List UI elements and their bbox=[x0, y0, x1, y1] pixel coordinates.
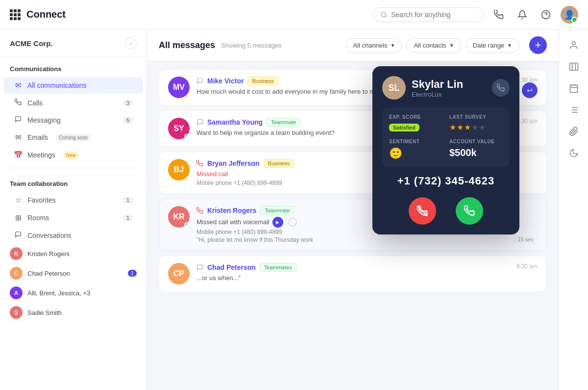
sentiment-emoji: 🙂 bbox=[389, 147, 442, 160]
favorites-badge: 1 bbox=[123, 197, 133, 204]
chevron-down-icon: ▼ bbox=[390, 43, 395, 48]
date-range-filter[interactable]: Date range ▼ bbox=[466, 38, 519, 52]
search-bar[interactable] bbox=[373, 7, 484, 22]
app-grid-icon[interactable] bbox=[10, 9, 21, 20]
calendar-icon: 📅 bbox=[14, 151, 23, 159]
avatar: CP bbox=[168, 263, 190, 285]
avatar: K bbox=[10, 247, 23, 260]
new-badge: New bbox=[63, 152, 79, 159]
avatar: BJ bbox=[168, 159, 190, 181]
search-input[interactable] bbox=[391, 11, 477, 19]
bell-nav-icon[interactable] bbox=[514, 6, 531, 24]
account-value: $500k bbox=[449, 147, 503, 158]
exp-score-label: EXP. SCORE bbox=[389, 114, 442, 120]
sentiment-label: SENTIMENT bbox=[389, 139, 442, 144]
sidebar-item-rooms[interactable]: ⊞ Rooms 1 bbox=[4, 209, 143, 226]
conv-name: Chad Peterson bbox=[27, 270, 70, 277]
phone-nav-icon[interactable] bbox=[490, 6, 508, 24]
rooms-badge: 1 bbox=[123, 214, 133, 221]
conv-item-chad[interactable]: C Chad Peterson 1 bbox=[0, 263, 147, 283]
add-button[interactable]: + bbox=[529, 36, 547, 54]
all-channels-filter[interactable]: All channels ▼ bbox=[345, 38, 402, 52]
call-card: SL Skylar Lin ElectroLux EXP. SCORE S bbox=[372, 66, 519, 234]
conv-name: Sadie Smith bbox=[27, 309, 62, 316]
sidebar-item-meetings[interactable]: 📅 Meetings New bbox=[4, 147, 143, 163]
chat-icon bbox=[196, 264, 203, 271]
filter-group: All channels ▼ All contacts ▼ Date range… bbox=[345, 38, 519, 52]
user-nav-avatar[interactable]: 👤 bbox=[561, 6, 578, 24]
user-icon[interactable] bbox=[564, 35, 584, 55]
sidebar-item-favorites[interactable]: ☆ Favorites 1 bbox=[4, 192, 143, 208]
chevron-down-icon: ▼ bbox=[507, 43, 512, 48]
sidebar-item-label: Calls bbox=[27, 99, 43, 107]
accept-button[interactable] bbox=[456, 197, 483, 225]
sender-tag: Teammates bbox=[260, 263, 296, 272]
search-icon bbox=[380, 11, 387, 18]
sender-tag: Teammate bbox=[267, 118, 300, 127]
call-actions bbox=[382, 197, 510, 225]
sender-name: Kristen Rogers bbox=[207, 207, 256, 214]
calls-badge: 3 bbox=[123, 100, 133, 106]
phone-icon bbox=[196, 207, 203, 214]
decline-button[interactable] bbox=[409, 197, 436, 225]
call-phone-number: +1 (732) 345-4623 bbox=[382, 175, 510, 187]
sidebar-item-all-communications[interactable]: ✉ All communications bbox=[4, 77, 143, 94]
sidebar-item-conversations[interactable]: Conversations bbox=[4, 227, 143, 243]
svg-point-4 bbox=[572, 42, 575, 45]
call-card-name: Skylar Lin bbox=[412, 78, 463, 91]
collapse-button[interactable]: ‹ bbox=[125, 37, 137, 49]
content-header: All messages Showing 5 messages All chan… bbox=[147, 29, 559, 61]
sidebar-item-calls[interactable]: Calls 3 bbox=[4, 95, 143, 111]
clip-icon[interactable] bbox=[564, 122, 584, 141]
conv-badge: 1 bbox=[128, 270, 137, 277]
building-icon[interactable] bbox=[564, 57, 584, 77]
mail-icon: ✉ bbox=[14, 81, 23, 90]
phone-icon bbox=[14, 99, 23, 107]
star-rating: ★★★★★ bbox=[449, 123, 503, 132]
message-card[interactable]: CP Chad Peterson Teammates ...or us when… bbox=[159, 256, 547, 292]
conv-name: Alli, Brent, Jessica, +3 bbox=[27, 289, 90, 297]
help-nav-icon[interactable] bbox=[537, 6, 555, 24]
sender-tag: Business bbox=[264, 159, 294, 168]
company-name: ACME Corp. bbox=[10, 39, 53, 48]
sender-name: Chad Peterson bbox=[207, 263, 256, 271]
envelope-icon: ✉ bbox=[14, 133, 23, 142]
sidebar-item-messaging[interactable]: Messaging 5 bbox=[4, 112, 143, 128]
sidebar-item-label: Meetings bbox=[27, 151, 55, 159]
svg-line-1 bbox=[385, 16, 387, 17]
team-collaboration-label: Team collaboration bbox=[0, 172, 147, 191]
showing-label: Showing 5 messages bbox=[221, 42, 282, 49]
message-list: MV Mike Victor Business How much would i… bbox=[147, 61, 559, 390]
sidebar-item-emails[interactable]: ✉ Emails Coming soon bbox=[4, 129, 143, 146]
top-nav: Connect 👤 bbox=[0, 0, 588, 29]
chat-icon bbox=[196, 119, 203, 126]
sidebar: ACME Corp. ‹ Communications ✉ All commun… bbox=[0, 29, 147, 390]
communications-label: Communications bbox=[0, 57, 147, 77]
message-text: ...or us when..." bbox=[196, 274, 538, 283]
chat-icon bbox=[14, 116, 23, 124]
reply-button[interactable]: ↩ bbox=[522, 82, 538, 98]
conv-item-sadie[interactable]: S Sadie Smith bbox=[0, 303, 147, 322]
play-button[interactable]: ▶ bbox=[272, 217, 283, 228]
conv-item-kristen[interactable]: K Kristen Rogers bbox=[0, 244, 147, 263]
app-title: Connect bbox=[26, 9, 66, 20]
call-stats: EXP. SCORE Satisfied LAST SURVEY ★★★★★ S… bbox=[382, 107, 510, 167]
moon-icon[interactable] bbox=[564, 143, 584, 163]
svg-rect-5 bbox=[569, 63, 578, 71]
chevron-down-icon: ▼ bbox=[449, 43, 454, 48]
avatar: A bbox=[10, 286, 23, 299]
sidebar-item-label: Conversations bbox=[27, 232, 72, 239]
filter-label: Date range bbox=[473, 42, 504, 49]
conv-item-alli[interactable]: A Alli, Brent, Jessica, +3 bbox=[0, 283, 147, 303]
conv-name: Kristen Rogers bbox=[27, 250, 70, 258]
message-time: 9:30 am bbox=[516, 118, 538, 125]
calendar-icon[interactable] bbox=[564, 78, 584, 98]
sidebar-item-label: All communications bbox=[27, 81, 87, 89]
sidebar-item-label: Favorites bbox=[27, 196, 56, 204]
sender-name: Samantha Young bbox=[207, 118, 263, 126]
rooms-icon: ⊞ bbox=[14, 213, 23, 222]
exp-score-value: Satisfied bbox=[389, 124, 419, 131]
list-icon[interactable] bbox=[564, 100, 584, 120]
coming-soon-badge: Coming soon bbox=[56, 134, 91, 141]
all-contacts-filter[interactable]: All contacts ▼ bbox=[406, 38, 461, 52]
